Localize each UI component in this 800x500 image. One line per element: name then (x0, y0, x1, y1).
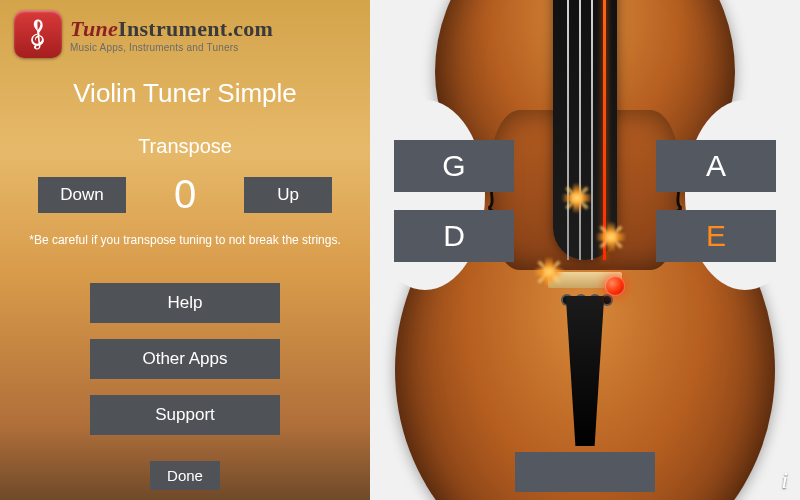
brand-logo-icon (14, 10, 62, 58)
transpose-label: Transpose (0, 135, 370, 158)
transpose-down-button[interactable]: Down (38, 177, 126, 213)
other-apps-button[interactable]: Other Apps (90, 339, 280, 379)
done-button[interactable]: Done (150, 461, 220, 490)
brand-name: TuneInstrument.com (70, 16, 273, 42)
string-e-line (603, 0, 606, 260)
transpose-value: 0 (160, 172, 210, 217)
brand-name-tune: Tune (70, 16, 118, 41)
treble-clef-icon (21, 17, 55, 51)
string-g-line (567, 0, 569, 260)
transpose-up-button[interactable]: Up (244, 177, 332, 213)
active-string-indicator (605, 276, 625, 296)
tuner-panel: G D A E i (370, 0, 800, 500)
app-root: TuneInstrument.com Music Apps, Instrumen… (0, 0, 800, 500)
string-e-button[interactable]: E (656, 210, 776, 262)
brand-tagline: Music Apps, Instruments and Tuners (70, 42, 273, 53)
transpose-controls: Down 0 Up (0, 172, 370, 217)
support-button[interactable]: Support (90, 395, 280, 435)
fingerboard (553, 0, 617, 260)
string-g-button[interactable]: G (394, 140, 514, 192)
string-d-button[interactable]: D (394, 210, 514, 262)
page-title: Violin Tuner Simple (0, 78, 370, 109)
done-row: Done (0, 461, 370, 490)
settings-panel: TuneInstrument.com Music Apps, Instrumen… (0, 0, 370, 500)
brand-name-rest: Instrument.com (118, 16, 273, 41)
string-a-button[interactable]: A (656, 140, 776, 192)
help-button[interactable]: Help (90, 283, 280, 323)
string-a-line (591, 0, 593, 260)
brand-text: TuneInstrument.com Music Apps, Instrumen… (70, 16, 273, 53)
transpose-warning: *Be careful if you transpose tuning to n… (0, 233, 370, 247)
brand-row: TuneInstrument.com Music Apps, Instrumen… (0, 0, 370, 60)
fine-tuner (603, 296, 611, 304)
extra-button[interactable] (515, 452, 655, 492)
info-icon[interactable]: i (781, 467, 788, 494)
string-d-line (579, 0, 581, 260)
menu: Help Other Apps Support (0, 283, 370, 435)
